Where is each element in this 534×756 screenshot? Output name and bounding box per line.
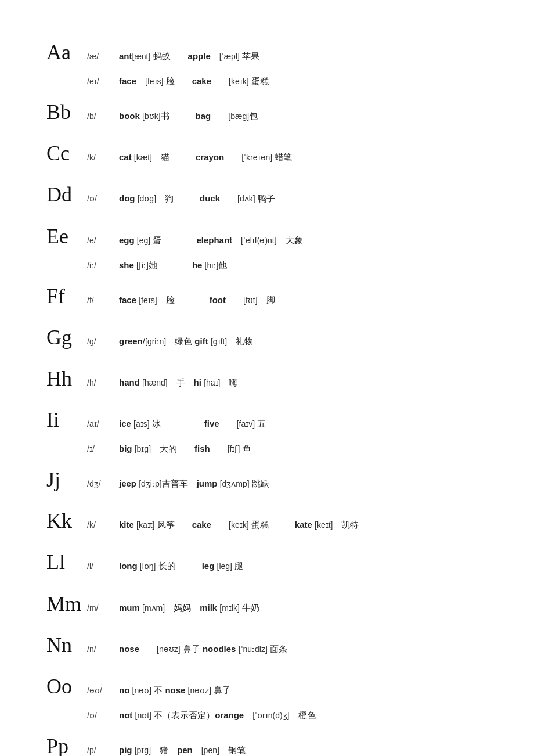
- entry-row: Bb/b/book [bʊk]书 bag [bæg]包: [46, 95, 488, 130]
- big-letter: Oo: [46, 675, 72, 698]
- entry-row: Ff/f/face [feɪs] 脸 foot [fʊt] 脚: [46, 279, 488, 314]
- letter-column: Kk: [46, 503, 87, 539]
- phoneme: /ɪ/: [87, 442, 119, 456]
- entry-row: /ɒ/not [nɒt] 不（表示否定）orange [ˈɒrɪn(d)ʒ] 橙…: [46, 708, 488, 723]
- letter-column: Ee: [46, 219, 87, 254]
- phoneme: /k/: [87, 519, 119, 532]
- letter-column: Gg: [46, 320, 87, 355]
- letter-column: Cc: [46, 136, 87, 171]
- phoneme: /æ/: [87, 50, 119, 64]
- entry-row: Ee/e/egg [eg] 蛋 elephant [ˈelɪf(ə)nt] 大象: [46, 219, 488, 254]
- big-letter: Ee: [46, 225, 68, 248]
- entry-row: Mm/m/mum [mʌm] 妈妈 milk [mɪlk] 牛奶: [46, 586, 488, 622]
- word-definitions: not [nɒt] 不（表示否定）orange [ˈɒrɪn(d)ʒ] 橙色: [119, 708, 488, 723]
- word-definitions: ant[ænt] 蚂蚁 apple [ˈæpl] 苹果: [119, 49, 488, 64]
- phoneme: /f/: [87, 294, 119, 308]
- letter-column: Bb: [46, 95, 87, 130]
- alphabet-reference: Aa/æ/ant[ænt] 蚂蚁 apple [ˈæpl] 苹果/eɪ/face…: [46, 35, 488, 756]
- letter-column: Hh: [46, 361, 87, 397]
- phoneme: /n/: [87, 643, 119, 657]
- big-letter: Pp: [46, 735, 68, 756]
- letter-column: Oo: [46, 669, 87, 704]
- big-letter: Nn: [46, 633, 72, 657]
- word-definitions: nose [nəʊz] 鼻子 noodles [ˈnuːdlz] 面条: [119, 642, 488, 657]
- entry-row: Kk/k/kite [kaɪt] 风筝 cake [keɪk] 蛋糕 kate …: [46, 503, 488, 539]
- entry-row: /eɪ/face [feɪs] 脸 cake [keɪk] 蛋糕: [46, 74, 488, 89]
- phoneme: /h/: [87, 376, 119, 390]
- phoneme: /k/: [87, 151, 119, 165]
- phoneme: /aɪ/: [87, 417, 119, 431]
- letter-column: Jj: [46, 462, 87, 498]
- entry-row: Ii/aɪ/ice [aɪs] 冰 five [faɪv] 五: [46, 402, 488, 438]
- word-definitions: green/[griːn] 绿色 gift [gɪft] 礼物: [119, 334, 488, 349]
- entry-row: Ll/l/long [lɒŋ] 长的 leg [leg] 腿: [46, 545, 488, 580]
- entry-row: /iː/she [ʃiː]她 he [hiː]他: [46, 258, 488, 273]
- entry-row: Pp/p/pig [pɪg] 猪 pen [pen] 钢笔: [46, 729, 488, 756]
- big-letter: Dd: [46, 183, 72, 206]
- word-definitions: mum [mʌm] 妈妈 milk [mɪlk] 牛奶: [119, 600, 488, 615]
- word-definitions: pig [pɪg] 猪 pen [pen] 钢笔: [119, 743, 488, 756]
- letter-column: Pp: [46, 729, 87, 756]
- entry-row: Jj/dʒ/jeep [dʒiːp]吉普车 jump [dʒʌmp] 跳跃: [46, 462, 488, 498]
- big-letter: Kk: [46, 509, 72, 532]
- big-letter: Aa: [46, 41, 71, 64]
- big-letter: Cc: [46, 142, 70, 165]
- word-definitions: she [ʃiː]她 he [hiː]他: [119, 258, 488, 273]
- entry-row: Aa/æ/ant[ænt] 蚂蚁 apple [ˈæpl] 苹果: [46, 35, 488, 70]
- word-definitions: book [bʊk]书 bag [bæg]包: [119, 109, 488, 124]
- word-definitions: dog [dɒg] 狗 duck [dʌk] 鸭子: [119, 191, 488, 206]
- word-definitions: jeep [dʒiːp]吉普车 jump [dʒʌmp] 跳跃: [119, 476, 488, 491]
- entry-row: Gg/g/green/[griːn] 绿色 gift [gɪft] 礼物: [46, 320, 488, 355]
- entry-row: Dd/ɒ/dog [dɒg] 狗 duck [dʌk] 鸭子: [46, 177, 488, 213]
- word-definitions: no [nəʊ] 不 nose [nəʊz] 鼻子: [119, 683, 488, 698]
- word-definitions: face [feɪs] 脸 foot [fʊt] 脚: [119, 293, 488, 308]
- word-definitions: kite [kaɪt] 风筝 cake [keɪk] 蛋糕 kate [keɪt…: [119, 517, 488, 532]
- big-letter: Gg: [46, 326, 72, 349]
- phoneme: /b/: [87, 110, 119, 124]
- word-definitions: egg [eg] 蛋 elephant [ˈelɪf(ə)nt] 大象: [119, 233, 488, 248]
- big-letter: Ff: [46, 285, 65, 308]
- letter-column: Dd: [46, 177, 87, 213]
- phoneme: /p/: [87, 744, 119, 756]
- word-definitions: hand [hænd] 手 hi [haɪ] 嗨: [119, 375, 488, 390]
- word-definitions: long [lɒŋ] 长的 leg [leg] 腿: [119, 559, 488, 574]
- big-letter: Bb: [46, 100, 71, 124]
- big-letter: Hh: [46, 367, 72, 390]
- phoneme: /m/: [87, 602, 119, 615]
- phoneme: /əʊ/: [87, 684, 119, 698]
- letter-column: Mm: [46, 586, 87, 622]
- entry-row: Cc/k/cat [kæt] 猫 crayon [ˈkreɪən] 蜡笔: [46, 136, 488, 171]
- big-letter: Ii: [46, 408, 59, 431]
- phoneme: /g/: [87, 335, 119, 349]
- word-definitions: cat [kæt] 猫 crayon [ˈkreɪən] 蜡笔: [119, 150, 488, 165]
- letter-column: Nn: [46, 628, 87, 663]
- phoneme: /iː/: [87, 259, 119, 273]
- word-definitions: face [feɪs] 脸 cake [keɪk] 蛋糕: [119, 74, 488, 89]
- phoneme: /l/: [87, 560, 119, 574]
- entry-row: Oo/əʊ/no [nəʊ] 不 nose [nəʊz] 鼻子: [46, 669, 488, 704]
- phoneme: /ɒ/: [87, 192, 119, 206]
- phoneme: /dʒ/: [87, 477, 119, 491]
- big-letter: Ll: [46, 550, 65, 574]
- big-letter: Mm: [46, 592, 81, 615]
- entry-row: Hh/h/hand [hænd] 手 hi [haɪ] 嗨: [46, 361, 488, 397]
- letter-column: Ff: [46, 279, 87, 314]
- phoneme: /eɪ/: [87, 75, 119, 89]
- letter-column: Ll: [46, 545, 87, 580]
- word-definitions: ice [aɪs] 冰 five [faɪv] 五: [119, 416, 488, 431]
- entry-row: Nn/n/nose [nəʊz] 鼻子 noodles [ˈnuːdlz] 面条: [46, 628, 488, 663]
- entry-row: /ɪ/big [bɪg] 大的 fish [fɪʃ] 鱼: [46, 441, 488, 456]
- phoneme: /ɒ/: [87, 709, 119, 723]
- big-letter: Jj: [46, 468, 60, 491]
- letter-column: Aa: [46, 35, 87, 70]
- letter-column: Ii: [46, 402, 87, 438]
- word-definitions: big [bɪg] 大的 fish [fɪʃ] 鱼: [119, 441, 488, 456]
- phoneme: /e/: [87, 234, 119, 248]
